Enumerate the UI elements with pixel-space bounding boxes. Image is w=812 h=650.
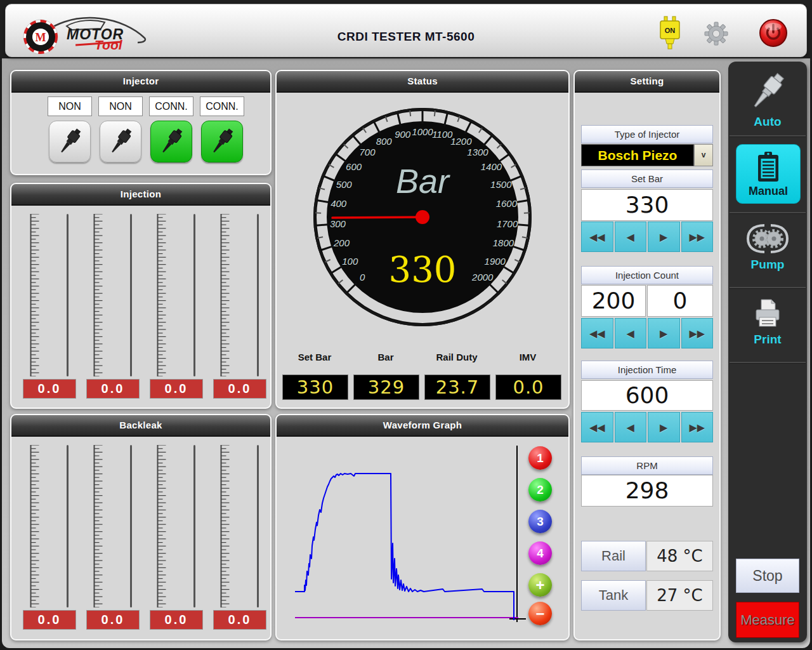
injector-type-select[interactable]: Bosch Piezo — [581, 144, 694, 166]
svg-text:0: 0 — [360, 272, 365, 282]
sidebar-label-manual: Manual — [749, 185, 788, 198]
injection-panel-title: Injection — [11, 184, 270, 206]
injection-count-target: 200 — [581, 285, 646, 317]
sidebar-divider — [730, 135, 806, 137]
injector-icon — [156, 126, 187, 157]
sidebar-item-print[interactable]: Print — [728, 297, 807, 347]
svg-text:1600: 1600 — [496, 198, 518, 209]
sidebar-item-pump[interactable]: Pump — [728, 222, 807, 272]
type-of-injector-label: Type of Injector — [581, 125, 713, 143]
tank-temp-label: Tank — [581, 580, 646, 611]
sidebar-label-auto: Auto — [728, 115, 807, 129]
time-increase-button[interactable]: ▶ — [648, 412, 680, 442]
channel3-button[interactable]: 3 — [528, 510, 552, 533]
svg-text:300: 300 — [330, 218, 346, 229]
injector3-status: CONN. — [149, 96, 193, 116]
injector-panel: Injector NON NON CONN. CONN. — [10, 70, 272, 175]
backleak-scale-4 — [213, 445, 277, 607]
svg-text:500: 500 — [336, 179, 353, 190]
channel4-button[interactable]: 4 — [528, 541, 552, 565]
auto-injector-icon — [748, 70, 787, 112]
svg-text:1300: 1300 — [467, 147, 488, 157]
ruler-scale-icon — [156, 214, 173, 376]
svg-text:100: 100 — [342, 256, 358, 267]
svg-text:1400: 1400 — [481, 161, 502, 172]
injector4-button[interactable] — [201, 121, 243, 162]
sidebar-divider — [730, 212, 806, 214]
svg-text:2000: 2000 — [471, 272, 494, 282]
zoom-in-button[interactable]: + — [528, 573, 552, 597]
usb-plug-icon: ON — [657, 16, 683, 50]
injection-time-label: Injection Time — [581, 361, 713, 379]
zoom-out-button[interactable]: − — [528, 602, 552, 625]
rpm-label: RPM — [581, 456, 713, 475]
time-decrease-button[interactable]: ◀ — [615, 412, 647, 442]
count-decrease-button[interactable]: ◀ — [615, 318, 647, 348]
svg-text:1100: 1100 — [432, 129, 453, 140]
ruler-scale-icon — [29, 214, 46, 376]
level-tube — [130, 445, 132, 607]
settings-button[interactable] — [704, 21, 729, 49]
level-tube — [257, 445, 259, 607]
status-panel: Status 010020030040050060070080090010001… — [275, 70, 570, 409]
clipboard-icon — [754, 150, 783, 183]
backleak-scale-3 — [150, 445, 213, 607]
level-tube — [67, 445, 69, 607]
sidebar-item-manual[interactable]: Manual — [736, 144, 801, 204]
power-icon — [759, 18, 788, 48]
injection-count-current: 0 — [647, 285, 713, 317]
power-button[interactable] — [759, 18, 788, 50]
dropdown-arrow-icon[interactable]: v — [694, 144, 713, 166]
injector-icon — [105, 126, 136, 157]
pressure-gauge: 0100200300400500600700800900100011001200… — [277, 91, 568, 345]
readout-imv: 0.0 — [495, 375, 561, 400]
level-tube — [193, 445, 195, 607]
channel2-button[interactable]: 2 — [528, 478, 552, 501]
setbar-decrease-button[interactable]: ◀ — [615, 222, 647, 252]
svg-text:Bar: Bar — [396, 162, 450, 200]
count-increase-button[interactable]: ▶ — [648, 318, 680, 348]
usb-connection-button[interactable]: ON — [657, 16, 683, 53]
measure-button[interactable]: Measure — [736, 602, 799, 638]
injection-scale-3 — [150, 214, 213, 376]
svg-text:600: 600 — [346, 161, 362, 172]
stop-button[interactable]: Stop — [736, 559, 799, 593]
setbar-label: Set Bar — [581, 169, 713, 188]
sidebar-item-auto[interactable]: Auto — [728, 70, 807, 129]
injector-waveform-trace — [295, 474, 514, 620]
rpm-value: 298 — [581, 475, 713, 507]
printer-icon — [750, 297, 785, 330]
level-tube — [67, 214, 69, 376]
count-decrease-fast-button[interactable]: ◀◀ — [581, 318, 613, 348]
tank-temp-value: 27 °C — [646, 580, 713, 611]
injector1-button[interactable] — [49, 121, 91, 162]
time-increase-fast-button[interactable]: ▶▶ — [681, 412, 714, 442]
setbar-increase-fast-button[interactable]: ▶▶ — [681, 222, 714, 252]
backleak-value-4: 0.0 — [213, 610, 266, 630]
channel1-button[interactable]: 1 — [528, 446, 552, 470]
svg-text:1800: 1800 — [493, 237, 514, 248]
injector3-button[interactable] — [150, 121, 192, 162]
backleak-value-3: 0.0 — [150, 610, 203, 630]
injector2-status: NON — [98, 96, 143, 116]
sidebar-label-pump: Pump — [728, 258, 807, 272]
level-tube — [130, 214, 132, 376]
ruler-scale-icon — [93, 214, 109, 376]
svg-text:1000: 1000 — [412, 126, 433, 137]
ruler-scale-icon — [219, 445, 236, 607]
setbar-value: 330 — [581, 189, 713, 221]
setbar-increase-button[interactable]: ▶ — [648, 222, 680, 252]
ruler-scale-icon — [156, 445, 173, 607]
setbar-decrease-fast-button[interactable]: ◀◀ — [581, 222, 613, 252]
injection-time-value: 600 — [581, 380, 713, 411]
rail-temp-value: 48 °C — [646, 541, 713, 571]
injector2-button[interactable] — [100, 121, 141, 162]
injection-scale-1 — [23, 214, 86, 376]
sidebar-divider — [730, 362, 806, 364]
svg-text:1900: 1900 — [485, 256, 506, 267]
count-increase-fast-button[interactable]: ▶▶ — [681, 318, 714, 348]
readout-label-railduty: Rail Duty — [425, 352, 488, 362]
svg-text:ON: ON — [665, 27, 676, 34]
rail-temp-label: Rail — [581, 541, 646, 571]
time-decrease-fast-button[interactable]: ◀◀ — [581, 412, 613, 442]
